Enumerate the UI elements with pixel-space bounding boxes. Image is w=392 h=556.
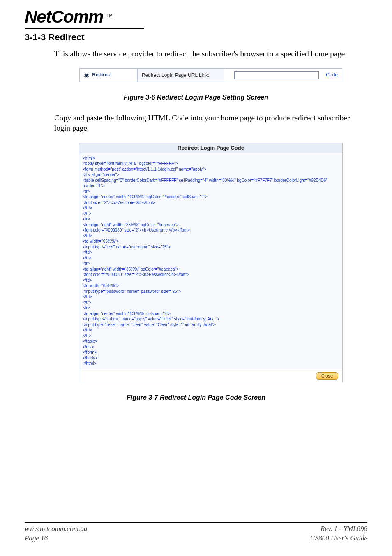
logo-underline: [25, 28, 144, 29]
radio-icon[interactable]: [84, 73, 89, 78]
code-panel: Redirect Login Page Code <html> <body st…: [79, 143, 343, 382]
copy-paste-paragraph: Copy and paste the following HTML Code i…: [54, 113, 367, 134]
section-heading: 3-1-3 Redirect: [25, 32, 367, 43]
code-panel-footer: Close: [79, 369, 342, 382]
page-footer: www.netcomm.com.au Page 16 Rev. 1 - YML6…: [25, 522, 367, 543]
logo-tm: TM: [106, 14, 112, 18]
close-button[interactable]: Close: [316, 372, 338, 380]
figure-caption-1: Figure 3-6 Redirect Login Page Setting S…: [25, 94, 367, 101]
footer-page: Page 16: [25, 534, 87, 543]
footer-rev: Rev. 1 - YML698: [310, 524, 367, 534]
footer-guide: HS800 User's Guide: [310, 534, 367, 543]
redirect-input-cell: Code: [224, 68, 342, 82]
logo-text: NetComm: [25, 8, 103, 25]
figure-code-panel-wrap: Redirect Login Page Code <html> <body st…: [54, 143, 367, 382]
redirect-url-input[interactable]: [234, 71, 319, 79]
intro-paragraph: This allows the service provider to redi…: [54, 49, 367, 59]
logo: NetComm TM: [25, 8, 367, 25]
redirect-radio-cell[interactable]: Redirect: [80, 68, 138, 82]
figure-redirect-setting: Redirect Redirect Login Page URL Link: C…: [54, 68, 367, 82]
footer-url: www.netcomm.com.au: [25, 524, 87, 534]
redirect-field-label: Redirect Login Page URL Link:: [138, 68, 224, 82]
code-panel-body: <html> <body style="font-family: Arial" …: [79, 153, 342, 369]
redirect-setting-table: Redirect Redirect Login Page URL Link: C…: [79, 68, 342, 82]
code-panel-title: Redirect Login Page Code: [79, 143, 342, 153]
redirect-radio-label: Redirect: [92, 72, 112, 78]
figure-caption-2: Figure 3-7 Redirect Login Page Code Scre…: [25, 394, 367, 401]
code-link[interactable]: Code: [326, 72, 338, 78]
